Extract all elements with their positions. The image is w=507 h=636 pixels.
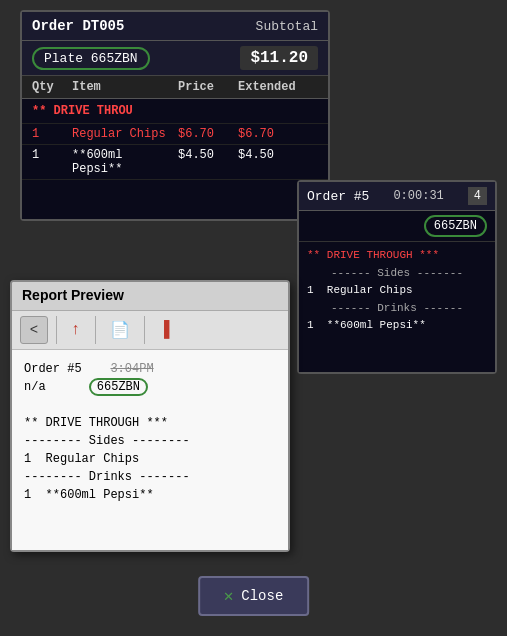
report-plate: 665ZBN [89,378,148,396]
plate-badge: Plate 665ZBN [32,47,150,70]
order5-time: 0:00:31 [393,189,443,203]
report-order-line: Order #5 3:04PM [24,360,276,378]
col-extended: Extended [238,80,318,94]
upload-button[interactable]: ↑ [65,318,87,342]
order5-plate: 665ZBN [424,215,487,237]
list-item: 1 Regular Chips [24,450,276,468]
table-row: 1 Regular Chips $6.70 $6.70 [22,124,328,145]
toolbar-divider [95,316,96,344]
list-item [24,396,276,414]
extra-icon: ▐ [159,320,170,340]
report-panel: Report Preview < ↑ 📄 ▐ Order #5 3:04PM n… [10,280,290,552]
plate-row: Plate 665ZBN $11.20 [22,41,328,76]
close-icon: ✕ [224,586,234,606]
list-item: 1 **600ml Pepsi** [24,486,276,504]
price-cell: $6.70 [178,127,238,141]
order5-items: ** DRIVE THROUGH *** ------ Sides ------… [299,242,495,372]
table-header: Qty Item Price Extended [22,76,328,99]
list-item: ------ Sides ------- [307,265,487,283]
report-content: Order #5 3:04PM n/a 665ZBN ** DRIVE THRO… [12,350,288,550]
list-item: ** DRIVE THROUGH *** [307,247,487,265]
report-na-line: n/a 665ZBN [24,378,276,396]
list-item: ------ Drinks ------ [307,300,487,318]
subtotal-amount: $11.20 [240,46,318,70]
table-row: ** DRIVE THROU [22,99,328,124]
item-cell: Regular Chips [72,127,178,141]
list-item: 1 Regular Chips [307,282,487,300]
table-row: 1 **600ml Pepsi** $4.50 $4.50 [22,145,328,180]
order5-panel: Order #5 0:00:31 4 665ZBN ** DRIVE THROU… [297,180,497,374]
order-items: ** DRIVE THROU 1 Regular Chips $6.70 $6.… [22,99,328,219]
ext-cell: $4.50 [238,148,318,176]
time-strikethrough: 3:04PM [110,362,153,376]
doc-button[interactable]: 📄 [104,317,136,343]
extra-button[interactable]: ▐ [153,317,176,343]
back-button[interactable]: < [20,316,48,344]
close-label: Close [241,588,283,604]
col-qty: Qty [32,80,72,94]
list-item: -------- Drinks ------- [24,468,276,486]
subtotal-label: Subtotal [256,19,318,34]
col-price: Price [178,80,238,94]
report-toolbar: < ↑ 📄 ▐ [12,311,288,350]
toolbar-divider [144,316,145,344]
chevron-left-icon: < [30,322,38,338]
order5-number: 4 [468,187,487,205]
list-item: 1 **600ml Pepsi** [307,317,487,335]
report-title: Report Preview [22,287,124,303]
doc-icon: 📄 [110,320,130,340]
drive-through-label: ** DRIVE THROU [32,102,318,120]
report-title-bar: Report Preview [12,282,288,311]
list-item: ** DRIVE THROUGH *** [24,414,276,432]
list-item: -------- Sides -------- [24,432,276,450]
close-button[interactable]: ✕ Close [198,576,310,616]
upload-icon: ↑ [71,321,81,339]
order5-header: Order #5 0:00:31 4 [299,182,495,211]
col-item: Item [72,80,178,94]
order-title: Order DT005 [32,18,124,34]
order-header: Order DT005 Subtotal [22,12,328,41]
toolbar-divider [56,316,57,344]
order5-title: Order #5 [307,189,369,204]
ext-cell: $6.70 [238,127,318,141]
item-cell: **600ml Pepsi** [72,148,178,176]
order-panel: Order DT005 Subtotal Plate 665ZBN $11.20… [20,10,330,221]
qty-cell: 1 [32,127,72,141]
qty-cell: 1 [32,148,72,176]
order5-plate-row: 665ZBN [299,211,495,242]
price-cell: $4.50 [178,148,238,176]
